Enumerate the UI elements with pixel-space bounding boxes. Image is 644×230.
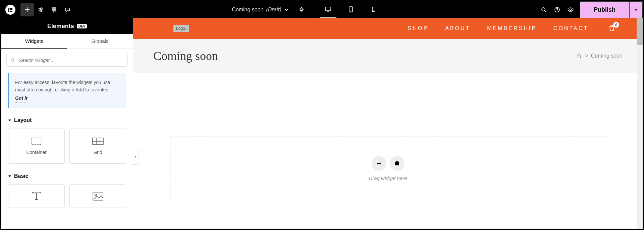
widget-grid-label: Grid [93,150,102,155]
svg-point-15 [301,9,302,11]
widget-container[interactable]: Container [8,129,65,164]
tab-widgets[interactable]: Widgets [1,34,67,49]
container-icon [31,138,42,145]
widget-container-label: Container [26,150,47,155]
page-header-row: Coming soon > Coming soon [133,39,643,73]
page-title: Coming soon [232,7,263,13]
svg-rect-16 [325,7,331,11]
tab-globals[interactable]: Globals [67,34,133,49]
svg-line-29 [13,61,15,62]
top-bar: Coming soon (Draft) [1,1,643,18]
grid-icon [92,138,104,145]
tip-box: For easy access, favorite the widgets yo… [8,73,126,108]
panel-tabs: Widgets Globals [1,34,133,49]
logo-placeholder[interactable]: Logo. [173,25,189,32]
elementor-logo-icon[interactable] [5,5,15,15]
site-header: Logo. SHOP ABOUT MEMBERSHIP CONTACT 0 [133,18,643,39]
canvas: Logo. SHOP ABOUT MEMBERSHIP CONTACT 0 Co… [133,18,643,229]
cart-count-badge: 0 [613,22,619,28]
dev-badge: DEV [77,24,87,28]
publish-dropdown-button[interactable] [629,1,643,18]
preview-icon[interactable] [564,3,577,16]
section-basic-title: Basic [14,173,29,179]
svg-point-23 [542,8,545,11]
device-desktop-button[interactable] [320,1,336,18]
site-nav: SHOP ABOUT MEMBERSHIP CONTACT 0 [408,24,629,32]
page-title-dropdown[interactable]: Coming soon (Draft) [229,7,291,13]
page-settings-icon[interactable] [295,3,308,16]
topbar-center: Coming soon (Draft) [74,1,537,18]
nav-about[interactable]: ABOUT [445,25,470,31]
tip-got-it-link[interactable]: Got It [15,94,28,102]
svg-rect-0 [8,8,9,12]
drop-hint: Drag widget here [369,175,407,181]
svg-point-28 [11,59,14,61]
svg-point-9 [39,9,40,10]
svg-point-7 [41,8,42,9]
panel-title: Elements [47,23,74,30]
svg-marker-30 [8,120,11,121]
svg-line-24 [545,11,546,12]
device-tablet-button[interactable] [342,1,359,18]
svg-rect-1 [10,8,12,9]
section-layout-header[interactable]: Layout [1,114,133,126]
svg-rect-5 [25,9,30,10]
widget-heading[interactable] [8,184,65,208]
add-elements-button[interactable] [20,3,34,16]
caret-down-icon [8,119,11,122]
publish-button[interactable]: Publish [580,1,629,18]
widget-search-input[interactable] [6,54,128,67]
section-layout-title: Layout [14,117,32,123]
help-icon[interactable] [550,3,564,16]
svg-rect-14 [53,11,56,12]
image-icon [92,191,104,201]
search-icon [10,58,15,63]
svg-point-11 [41,10,42,12]
nav-shop[interactable]: SHOP [408,25,428,31]
search-wrap [1,49,133,72]
search-icon[interactable] [537,3,550,16]
nav-membership[interactable]: MEMBERSHIP [487,25,537,31]
breadcrumb-current: Coming soon [591,53,623,59]
cart-button[interactable]: 0 [608,24,616,32]
structure-icon[interactable] [47,3,61,16]
home-icon[interactable] [576,53,582,59]
nav-contact[interactable]: CONTACT [553,25,588,31]
device-switcher [320,1,382,18]
breadcrumb-separator: > [585,53,588,59]
drop-buttons [372,156,405,171]
svg-rect-12 [52,8,56,9]
svg-rect-13 [53,9,56,10]
comments-icon[interactable] [61,3,74,16]
svg-rect-45 [377,163,381,164]
chevron-down-icon [284,7,289,12]
layout-widgets: Container Grid [1,126,133,170]
tip-text: For easy access, favorite the widgets yo… [15,80,110,92]
settings-icon[interactable] [34,3,47,16]
collapse-panel-button[interactable] [133,149,139,165]
svg-point-27 [570,9,571,11]
widget-image[interactable] [69,184,126,208]
caret-down-icon [8,174,11,178]
widget-grid[interactable]: Grid [69,129,126,164]
page-status: (Draft) [266,7,281,13]
svg-rect-2 [10,9,12,10]
topbar-right: Publish [537,1,643,18]
device-mobile-button[interactable] [365,1,382,18]
page-heading: Coming soon [153,49,218,63]
scrollbar-thumb[interactable] [637,18,643,45]
svg-point-43 [95,194,96,196]
svg-point-22 [373,11,374,11]
add-section-button[interactable] [372,156,386,171]
scrollbar-track [637,18,643,229]
heading-icon [31,191,42,201]
section-basic-header[interactable]: Basic [1,170,133,182]
svg-rect-3 [10,11,12,12]
panel-header: Elements DEV [1,18,133,34]
breadcrumb: > Coming soon [576,53,623,59]
svg-point-26 [557,11,557,11]
svg-point-20 [351,11,351,12]
basic-widgets [1,182,133,215]
add-template-button[interactable] [390,156,405,171]
drop-area[interactable]: Drag widget here [170,137,606,200]
